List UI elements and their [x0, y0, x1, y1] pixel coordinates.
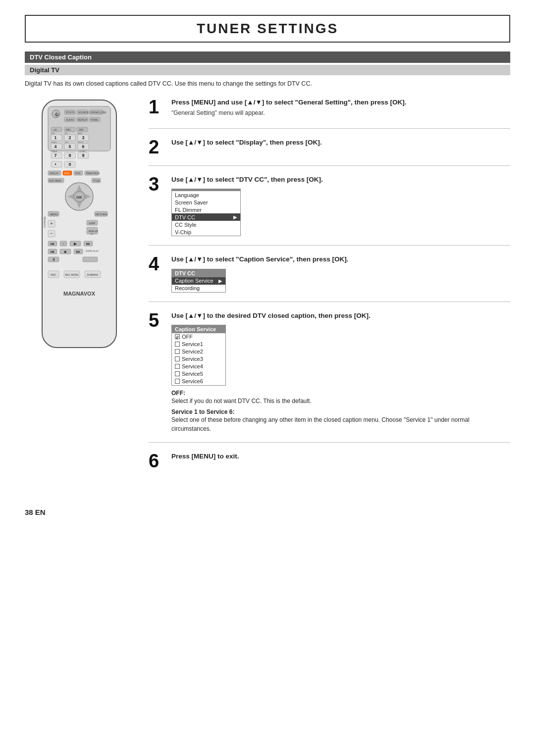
svg-text:SAPP: SAPP [89, 222, 96, 225]
step-4: 4 Use [▲/▼] to select "Caption Service",… [149, 254, 510, 302]
step-3-menu: Language Screen Saver FL Dimmer DTV CC▶ … [171, 189, 241, 236]
step-5-number: 5 [149, 311, 164, 433]
svg-text:CHANNEL: CHANNEL [43, 216, 46, 228]
menu-item-language: Language [172, 191, 240, 199]
menu-item-screen-saver: Screen Saver [172, 199, 240, 206]
checkbox-s5 [175, 371, 180, 376]
step-1-title: Press [MENU] and use [▲/▼] to select "Ge… [171, 98, 510, 107]
svg-text:REC: REC [51, 273, 56, 276]
svg-text:TUV: TUV [64, 141, 68, 144]
step-6: 6 Press [MENU] to exit. [149, 452, 510, 479]
svg-text:DTV/TV: DTV/TV [66, 111, 75, 114]
svg-text:HOME: HOME [91, 118, 99, 121]
caption-item-s2: Service2 [172, 348, 225, 355]
caption-label-s4: Service4 [182, 363, 203, 369]
svg-text:⏸: ⏸ [52, 257, 55, 262]
svg-text:REC MODE: REC MODE [65, 273, 79, 276]
svg-text:−: − [50, 231, 53, 236]
svg-text:RETURN: RETURN [96, 213, 107, 216]
svg-text:8: 8 [68, 153, 71, 158]
step-2: 2 Use [▲/▼] to select "Display", then pr… [149, 138, 510, 166]
caption-item-s5: Service5 [172, 370, 225, 378]
svg-text:DVD: DVD [75, 172, 81, 175]
dtv-cc-recording: Recording [172, 285, 225, 292]
step-4-title: Use [▲/▼] to select "Caption Service", t… [171, 254, 510, 264]
svg-text:■: ■ [64, 250, 67, 254]
step-5-content: Use [▲/▼] to the desired DTV closed capt… [171, 311, 510, 433]
svg-text:OPEN/CLOSE: OPEN/CLOSE [90, 111, 107, 114]
dtv-cc-caption-service: Caption Service▶ [172, 277, 225, 285]
caption-service-box: Caption Service ✓ OFF Service1 Service2 [171, 325, 226, 386]
svg-text:⏭: ⏭ [76, 250, 80, 254]
svg-text:0: 0 [68, 162, 71, 167]
step-5: 5 Use [▲/▼] to the desired DTV closed ca… [149, 311, 510, 443]
step-6-number: 6 [149, 452, 164, 470]
svg-text:6: 6 [82, 144, 84, 149]
page-title: TUNER SETTINGS [25, 15, 510, 43]
off-section: OFF: Select if you do not want DTV CC. T… [171, 390, 510, 433]
step-1-number: 1 [149, 98, 164, 119]
caption-item-off: ✓ OFF [172, 333, 225, 341]
svg-text:REPLAY: REPLAY [89, 230, 99, 233]
caption-label-s2: Service2 [182, 349, 203, 354]
main-content: ⏻ DTV/TV SOURCE OPEN/CLOSE AUDIO REPEAT … [25, 98, 510, 488]
caption-label-off: OFF [182, 334, 193, 340]
off-label: OFF: [171, 390, 510, 397]
step-3-content: Use [▲/▼] to select "DTV CC", then press… [171, 175, 510, 236]
svg-text:WXYZ: WXYZ [78, 141, 84, 144]
svg-text:⏮: ⏮ [51, 242, 54, 246]
step-3: 3 Use [▲/▼] to select "DTV CC", then pre… [149, 175, 510, 246]
svg-text:▶: ▶ [74, 242, 77, 246]
menu-item-fl-dimmer: FL Dimmer [172, 206, 240, 213]
caption-item-s1: Service1 [172, 341, 225, 348]
svg-text:•: • [54, 162, 56, 167]
caption-item-s3: Service3 [172, 355, 225, 363]
caption-label-s5: Service5 [182, 371, 203, 377]
step-4-number: 4 [149, 254, 164, 292]
step-6-content: Press [MENU] to exit. [171, 452, 510, 470]
svg-text:MNO: MNO [78, 132, 82, 135]
svg-text:+: + [50, 221, 53, 226]
svg-text:AUDIO: AUDIO [66, 118, 74, 121]
checkbox-off: ✓ [175, 334, 180, 339]
svg-text:TITLE: TITLE [93, 179, 100, 182]
service-label: Service 1 to Service 6: [171, 408, 510, 415]
intro-text: Digital TV has its own closed captions c… [25, 79, 510, 89]
svg-text:SPACE: SPACE [51, 150, 58, 152]
step-4-dtv-cc-title: DTV CC [172, 269, 225, 277]
svg-text:7: 7 [54, 153, 56, 158]
svg-text:⏻: ⏻ [54, 112, 59, 117]
svg-text:DEF: DEF [79, 128, 84, 131]
svg-text:⏭: ⏭ [86, 242, 90, 246]
svg-text:⏮: ⏮ [51, 250, 54, 254]
svg-text:1: 1 [54, 135, 56, 140]
step-5-title: Use [▲/▼] to the desired DTV closed capt… [171, 311, 510, 321]
svg-text:↩: ↩ [91, 232, 94, 236]
svg-text:MAGNAVOX: MAGNAVOX [63, 291, 96, 297]
step-2-content: Use [▲/▼] to select "Display", then pres… [171, 138, 510, 156]
checkbox-s1 [175, 342, 180, 347]
svg-text:TIMER PROG: TIMER PROG [86, 172, 100, 175]
step-2-title: Use [▲/▼] to select "Display", then pres… [171, 138, 510, 148]
svg-text:GHI: GHI [51, 132, 54, 135]
svg-text:5: 5 [68, 144, 71, 149]
svg-text:DVD: DVD [64, 172, 70, 175]
svg-rect-48 [51, 161, 62, 167]
step-3-number: 3 [149, 175, 164, 236]
svg-text:REPEAT: REPEAT [78, 118, 88, 121]
service-text: Select one of these before changing any … [171, 415, 510, 433]
step-3-title: Use [▲/▼] to select "DTV CC", then press… [171, 175, 510, 185]
svg-text:3: 3 [82, 135, 84, 140]
svg-text:RAPID PLAY: RAPID PLAY [86, 250, 99, 252]
checkbox-s2 [175, 349, 180, 354]
svg-text:JKL: JKL [64, 132, 68, 135]
caption-service-title: Caption Service [172, 325, 225, 333]
svg-text:MENU: MENU [50, 213, 58, 216]
off-text: Select if you do not want DTV CC. This i… [171, 397, 510, 405]
checkbox-s4 [175, 364, 180, 369]
subsection-header: Digital TV [25, 65, 510, 75]
step-4-content: Use [▲/▼] to select "Caption Service", t… [171, 254, 510, 292]
svg-text:PQRS: PQRS [51, 141, 57, 144]
step-1: 1 Press [MENU] and use [▲/▼] to select "… [149, 98, 510, 129]
caption-label-s6: Service6 [182, 378, 203, 384]
